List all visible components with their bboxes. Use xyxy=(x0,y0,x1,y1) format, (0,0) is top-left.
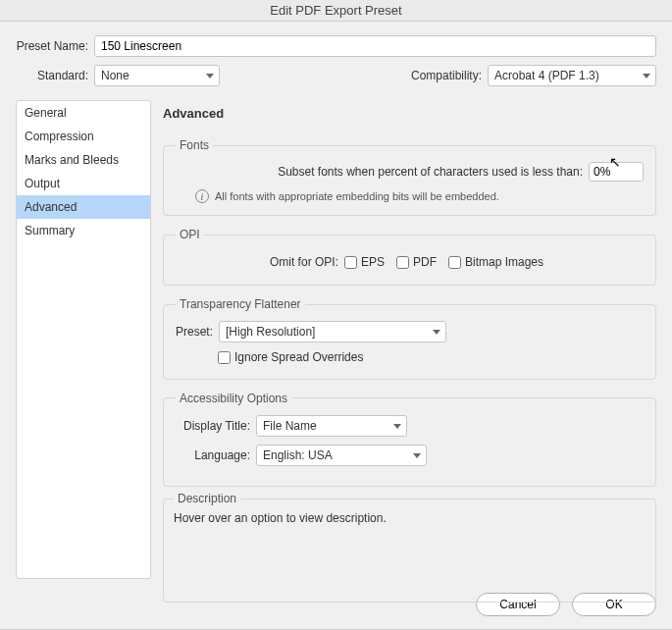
sidebar-item-marks-and-bleeds[interactable]: Marks and Bleeds xyxy=(17,148,150,172)
transparency-legend: Transparency Flattener xyxy=(176,297,305,311)
standard-label: Standard: xyxy=(16,69,94,82)
info-icon: i xyxy=(195,189,209,203)
standard-select[interactable]: None xyxy=(94,65,220,86)
bitmap-checkbox[interactable]: Bitmap Images xyxy=(448,255,543,269)
eps-checkbox[interactable]: EPS xyxy=(344,255,385,269)
flattener-preset-label: Preset: xyxy=(176,325,213,339)
sidebar-item-advanced[interactable]: Advanced xyxy=(17,195,150,219)
description-text: Hover over an option to view description… xyxy=(174,511,646,525)
bitmap-label: Bitmap Images xyxy=(465,255,543,269)
ignore-spread-checkbox[interactable]: Ignore Spread Overrides xyxy=(218,350,363,364)
fonts-legend: Fonts xyxy=(176,138,213,152)
compatibility-label: Compatibility: xyxy=(411,69,488,82)
top-form: Preset Name: Standard: None Compatibilit… xyxy=(0,22,672,100)
display-title-select[interactable]: File Name xyxy=(256,415,407,437)
ignore-spread-label: Ignore Spread Overrides xyxy=(234,350,363,364)
pdf-label: PDF xyxy=(413,255,437,269)
dialog-window: Edit PDF Export Preset Preset Name: Stan… xyxy=(0,0,672,630)
sidebar-item-output[interactable]: Output xyxy=(17,172,150,195)
opi-group: OPI Omit for OPI: EPS PDF Bitmap Images xyxy=(163,228,656,286)
preset-name-label: Preset Name: xyxy=(16,39,94,53)
panel-heading: Advanced xyxy=(163,106,656,121)
sidebar-item-compression[interactable]: Compression xyxy=(17,125,150,148)
preset-name-input[interactable] xyxy=(94,35,656,57)
language-label: Language: xyxy=(176,448,250,462)
accessibility-group: Accessibility Options Display Title: Fil… xyxy=(163,392,656,487)
category-sidebar: GeneralCompressionMarks and BleedsOutput… xyxy=(16,100,151,579)
transparency-group: Transparency Flattener Preset: [High Res… xyxy=(163,297,656,380)
language-select[interactable]: English: USA xyxy=(256,445,427,466)
flattener-preset-select[interactable]: [High Resolution] xyxy=(219,321,446,342)
fonts-info-text: All fonts with appropriate embedding bit… xyxy=(215,190,499,202)
omit-for-opi-label: Omit for OPI: xyxy=(270,255,338,269)
eps-label: EPS xyxy=(361,255,385,269)
window-title: Edit PDF Export Preset xyxy=(0,0,672,22)
sidebar-item-general[interactable]: General xyxy=(17,101,150,125)
description-group: Description Hover over an option to view… xyxy=(163,499,656,603)
accessibility-legend: Accessibility Options xyxy=(176,392,291,405)
display-title-label: Display Title: xyxy=(176,419,250,433)
compatibility-select[interactable]: Acrobat 4 (PDF 1.3) xyxy=(488,65,656,86)
description-legend: Description xyxy=(174,492,240,505)
fonts-group: Fonts Subset fonts when percent of chara… xyxy=(163,138,656,216)
subset-fonts-label: Subset fonts when percent of characters … xyxy=(278,165,583,179)
subset-percent-input[interactable] xyxy=(589,162,644,182)
advanced-panel: Advanced Fonts Subset fonts when percent… xyxy=(163,100,656,579)
sidebar-item-summary[interactable]: Summary xyxy=(17,219,150,242)
pdf-checkbox[interactable]: PDF xyxy=(396,255,437,269)
opi-legend: OPI xyxy=(176,228,204,241)
